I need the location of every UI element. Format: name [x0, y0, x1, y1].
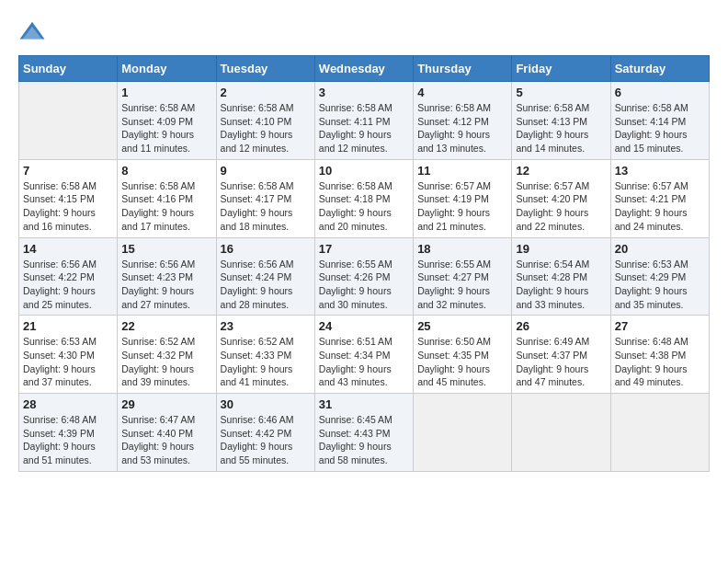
sunset: Sunset: 4:29 PM: [615, 271, 687, 282]
sunrise: Sunrise: 6:48 AM: [615, 336, 688, 347]
week-row-4: 21 Sunrise: 6:53 AM Sunset: 4:30 PM Dayl…: [19, 316, 710, 394]
day-info: Sunrise: 6:46 AM Sunset: 4:42 PM Dayligh…: [221, 413, 311, 467]
day-info: Sunrise: 6:51 AM Sunset: 4:34 PM Dayligh…: [319, 335, 409, 389]
calendar-cell: 24 Sunrise: 6:51 AM Sunset: 4:34 PM Dayl…: [314, 316, 413, 394]
day-info: Sunrise: 6:57 AM Sunset: 4:21 PM Dayligh…: [615, 179, 705, 234]
calendar-cell: 14 Sunrise: 6:56 AM Sunset: 4:22 PM Dayl…: [19, 237, 118, 316]
calendar-cell: 29 Sunrise: 6:47 AM Sunset: 4:40 PM Dayl…: [118, 394, 216, 472]
calendar-cell: 9 Sunrise: 6:58 AM Sunset: 4:17 PM Dayli…: [216, 159, 314, 237]
calendar-cell: 18 Sunrise: 6:55 AM Sunset: 4:27 PM Dayl…: [414, 237, 512, 316]
daylight: Daylight: 9 hours and 32 minutes.: [417, 285, 490, 310]
day-info: Sunrise: 6:57 AM Sunset: 4:20 PM Dayligh…: [516, 179, 606, 234]
sunrise: Sunrise: 6:57 AM: [417, 180, 491, 191]
day-info: Sunrise: 6:58 AM Sunset: 4:09 PM Dayligh…: [121, 101, 211, 155]
sunset: Sunset: 4:16 PM: [121, 193, 193, 204]
calendar-cell: [19, 82, 118, 160]
day-number: 12: [516, 164, 606, 178]
calendar-cell: 4 Sunrise: 6:58 AM Sunset: 4:12 PM Dayli…: [414, 82, 512, 160]
daylight: Daylight: 9 hours and 21 minutes.: [417, 207, 490, 232]
day-number: 5: [516, 86, 606, 99]
sunrise: Sunrise: 6:50 AM: [417, 336, 491, 347]
sunrise: Sunrise: 6:58 AM: [23, 180, 97, 191]
weekday-header-row: SundayMondayTuesdayWednesdayThursdayFrid…: [19, 56, 710, 82]
calendar-cell: 12 Sunrise: 6:57 AM Sunset: 4:20 PM Dayl…: [512, 159, 610, 237]
day-number: 23: [221, 319, 311, 333]
calendar-cell: [512, 394, 610, 472]
day-number: 15: [121, 242, 211, 256]
day-number: 2: [221, 86, 311, 99]
day-info: Sunrise: 6:50 AM Sunset: 4:35 PM Dayligh…: [417, 335, 507, 389]
day-info: Sunrise: 6:58 AM Sunset: 4:12 PM Dayligh…: [417, 101, 507, 155]
calendar-cell: 23 Sunrise: 6:52 AM Sunset: 4:33 PM Dayl…: [216, 316, 314, 394]
daylight: Daylight: 9 hours and 15 minutes.: [615, 129, 688, 154]
daylight: Daylight: 9 hours and 27 minutes.: [121, 285, 194, 310]
daylight: Daylight: 9 hours and 35 minutes.: [615, 285, 688, 310]
day-number: 22: [121, 319, 211, 333]
page-header: [18, 18, 710, 46]
calendar-cell: 6 Sunrise: 6:58 AM Sunset: 4:14 PM Dayli…: [610, 82, 709, 160]
daylight: Daylight: 9 hours and 45 minutes.: [417, 363, 490, 388]
sunrise: Sunrise: 6:58 AM: [221, 102, 294, 113]
sunrise: Sunrise: 6:58 AM: [615, 102, 688, 113]
sunrise: Sunrise: 6:58 AM: [221, 180, 294, 191]
daylight: Daylight: 9 hours and 12 minutes.: [319, 129, 392, 154]
day-number: 16: [221, 242, 311, 256]
week-row-3: 14 Sunrise: 6:56 AM Sunset: 4:22 PM Dayl…: [19, 237, 710, 316]
day-number: 31: [319, 397, 409, 411]
daylight: Daylight: 9 hours and 49 minutes.: [615, 363, 688, 388]
daylight: Daylight: 9 hours and 37 minutes.: [23, 363, 96, 388]
sunset: Sunset: 4:12 PM: [417, 116, 489, 127]
day-info: Sunrise: 6:58 AM Sunset: 4:14 PM Dayligh…: [615, 101, 705, 155]
day-number: 8: [121, 164, 211, 178]
calendar-cell: 17 Sunrise: 6:55 AM Sunset: 4:26 PM Dayl…: [314, 237, 413, 316]
day-info: Sunrise: 6:48 AM Sunset: 4:39 PM Dayligh…: [23, 413, 113, 467]
calendar-cell: 8 Sunrise: 6:58 AM Sunset: 4:16 PM Dayli…: [118, 159, 216, 237]
sunset: Sunset: 4:21 PM: [615, 193, 687, 204]
sunrise: Sunrise: 6:58 AM: [516, 102, 589, 113]
day-info: Sunrise: 6:58 AM Sunset: 4:18 PM Dayligh…: [319, 179, 409, 234]
sunset: Sunset: 4:39 PM: [23, 428, 95, 439]
sunset: Sunset: 4:38 PM: [615, 350, 687, 361]
calendar-table: SundayMondayTuesdayWednesdayThursdayFrid…: [18, 55, 710, 472]
day-info: Sunrise: 6:58 AM Sunset: 4:16 PM Dayligh…: [121, 179, 211, 234]
day-info: Sunrise: 6:58 AM Sunset: 4:11 PM Dayligh…: [319, 101, 409, 155]
weekday-header-saturday: Saturday: [610, 56, 709, 82]
sunrise: Sunrise: 6:52 AM: [221, 336, 294, 347]
daylight: Daylight: 9 hours and 13 minutes.: [417, 129, 490, 154]
day-number: 1: [121, 86, 211, 99]
day-number: 30: [221, 397, 311, 411]
sunrise: Sunrise: 6:57 AM: [615, 180, 688, 191]
sunset: Sunset: 4:20 PM: [516, 193, 587, 204]
day-info: Sunrise: 6:48 AM Sunset: 4:38 PM Dayligh…: [615, 335, 705, 389]
sunset: Sunset: 4:26 PM: [319, 271, 391, 282]
weekday-header-wednesday: Wednesday: [314, 56, 413, 82]
day-number: 4: [417, 86, 507, 99]
day-info: Sunrise: 6:58 AM Sunset: 4:15 PM Dayligh…: [23, 179, 113, 234]
calendar-cell: [610, 394, 709, 472]
sunrise: Sunrise: 6:58 AM: [319, 102, 392, 113]
sunset: Sunset: 4:37 PM: [516, 350, 587, 361]
day-number: 26: [516, 319, 606, 333]
day-number: 7: [23, 164, 113, 178]
sunrise: Sunrise: 6:58 AM: [319, 180, 392, 191]
daylight: Daylight: 9 hours and 16 minutes.: [23, 207, 96, 232]
calendar-cell: 19 Sunrise: 6:54 AM Sunset: 4:28 PM Dayl…: [512, 237, 610, 316]
calendar-cell: 1 Sunrise: 6:58 AM Sunset: 4:09 PM Dayli…: [118, 82, 216, 160]
daylight: Daylight: 9 hours and 17 minutes.: [121, 207, 194, 232]
day-info: Sunrise: 6:45 AM Sunset: 4:43 PM Dayligh…: [319, 413, 409, 467]
sunset: Sunset: 4:22 PM: [23, 271, 95, 282]
sunrise: Sunrise: 6:49 AM: [516, 336, 589, 347]
sunset: Sunset: 4:35 PM: [417, 350, 489, 361]
sunrise: Sunrise: 6:58 AM: [417, 102, 491, 113]
sunset: Sunset: 4:43 PM: [319, 428, 391, 439]
day-info: Sunrise: 6:52 AM Sunset: 4:33 PM Dayligh…: [221, 335, 311, 389]
day-number: 11: [417, 164, 507, 178]
daylight: Daylight: 9 hours and 25 minutes.: [23, 285, 96, 310]
day-number: 29: [121, 397, 211, 411]
daylight: Daylight: 9 hours and 41 minutes.: [221, 363, 293, 388]
day-info: Sunrise: 6:56 AM Sunset: 4:24 PM Dayligh…: [221, 258, 311, 312]
weekday-header-tuesday: Tuesday: [216, 56, 314, 82]
daylight: Daylight: 9 hours and 43 minutes.: [319, 363, 392, 388]
daylight: Daylight: 9 hours and 20 minutes.: [319, 207, 392, 232]
calendar-cell: 11 Sunrise: 6:57 AM Sunset: 4:19 PM Dayl…: [414, 159, 512, 237]
